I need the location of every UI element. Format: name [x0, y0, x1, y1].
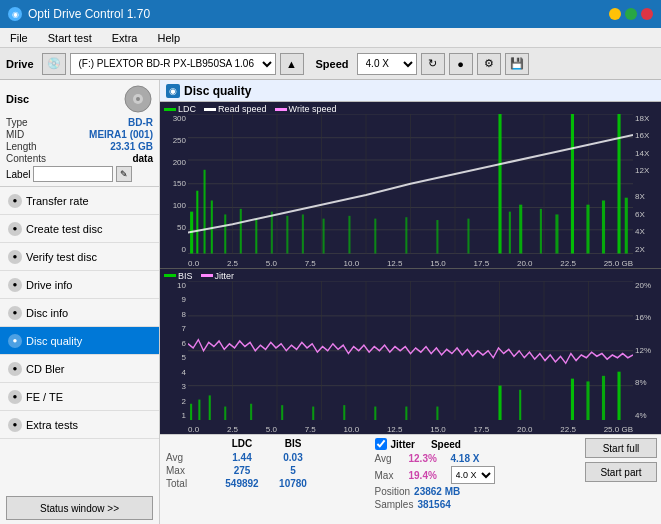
legend-ldc-color — [164, 108, 176, 111]
svg-rect-36 — [498, 114, 501, 254]
disc-type-label: Type — [6, 117, 28, 128]
sidebar-item-drive-info[interactable]: ●Drive info — [0, 271, 159, 299]
svg-rect-38 — [519, 205, 522, 254]
menu-extra[interactable]: Extra — [106, 31, 144, 45]
menu-file[interactable]: File — [4, 31, 34, 45]
svg-rect-34 — [436, 220, 438, 253]
y-top-150: 150 — [173, 179, 186, 188]
sidebar-item-label-verify-test-disc: Verify test disc — [26, 251, 97, 263]
speed-select[interactable]: 4.0 X — [357, 53, 417, 75]
by-4: 4 — [182, 368, 186, 377]
sidebar-item-disc-quality[interactable]: ●Disc quality — [0, 327, 159, 355]
verify-test-disc-icon: ● — [8, 250, 22, 264]
sidebar-item-label-disc-quality: Disc quality — [26, 335, 82, 347]
avg-speed-val: 4.18 X — [451, 453, 480, 464]
stat-header-blank — [166, 438, 206, 449]
drive-label: Drive — [6, 58, 34, 70]
speed-label: Speed — [316, 58, 349, 70]
eject-button[interactable]: ▲ — [280, 53, 304, 75]
refresh-button[interactable]: ↻ — [421, 53, 445, 75]
avg-label: Avg — [166, 452, 206, 463]
x-22.5: 22.5 — [560, 259, 576, 268]
top-chart: LDC Read speed Write speed 300 250 20 — [160, 102, 661, 269]
menu-help[interactable]: Help — [151, 31, 186, 45]
svg-rect-32 — [374, 219, 376, 254]
right-panel: ◉ Disc quality LDC Read speed — [160, 80, 661, 524]
y-top-200: 200 — [173, 158, 186, 167]
samples-label: Samples — [375, 499, 414, 510]
svg-rect-67 — [312, 406, 314, 420]
sidebar-item-verify-test-disc[interactable]: ●Verify test disc — [0, 243, 159, 271]
minimize-button[interactable] — [609, 8, 621, 20]
sidebar-item-fe-te[interactable]: ●FE / TE — [0, 383, 159, 411]
disc-label-edit-button[interactable]: ✎ — [116, 166, 132, 182]
disc-panel: Disc Type BD-R MID MEIRA1 (001) Length 2… — [0, 80, 159, 187]
svg-rect-42 — [586, 205, 589, 254]
jitter-checkbox[interactable] — [375, 438, 387, 450]
start-part-button[interactable]: Start part — [585, 462, 657, 482]
legend-bis-color — [164, 274, 176, 277]
y-top-100: 100 — [173, 201, 186, 210]
legend-ldc-label: LDC — [178, 104, 196, 114]
bottom-chart-svg — [188, 281, 633, 421]
sidebar-item-create-test-disc[interactable]: ●Create test disc — [0, 215, 159, 243]
x-7.5: 7.5 — [305, 259, 316, 268]
sidebar-item-transfer-rate[interactable]: ●Transfer rate — [0, 187, 159, 215]
y-right-18x: 18X — [635, 114, 649, 123]
bx-0: 0.0 — [188, 425, 199, 434]
disc-length-value: 23.31 GB — [110, 141, 153, 152]
titlebar: ◉ Opti Drive Control 1.70 — [0, 0, 661, 28]
maximize-button[interactable] — [625, 8, 637, 20]
y-right-14x: 14X — [635, 149, 649, 158]
y-right-8x: 8X — [635, 192, 645, 201]
legend-jitter-color — [201, 274, 213, 277]
window-controls — [609, 8, 653, 20]
speed-dropdown[interactable]: 4.0 X — [451, 466, 495, 484]
disc-length-row: Length 23.31 GB — [6, 141, 153, 152]
svg-rect-24 — [224, 214, 226, 253]
save-button[interactable]: 💾 — [505, 53, 529, 75]
status-window-button[interactable]: Status window >> — [6, 496, 153, 520]
disc-label-key: Label — [6, 169, 30, 180]
svg-rect-35 — [467, 219, 469, 254]
disc-label-input[interactable] — [33, 166, 113, 182]
bx-10: 10.0 — [344, 425, 360, 434]
svg-rect-73 — [519, 389, 521, 420]
disc-mid-value: MEIRA1 (001) — [89, 129, 153, 140]
jitter-header: Jitter — [391, 439, 415, 450]
close-button[interactable] — [641, 8, 653, 20]
svg-rect-30 — [323, 219, 325, 254]
sidebar-item-cd-bler[interactable]: ●CD Bler — [0, 355, 159, 383]
bx-22.5: 22.5 — [560, 425, 576, 434]
total-bis-val: 10780 — [278, 478, 308, 489]
sidebar-item-disc-info[interactable]: ●Disc info — [0, 299, 159, 327]
svg-point-2 — [136, 97, 140, 101]
by-r-16: 16% — [635, 313, 651, 322]
x-25gb: 25.0 GB — [604, 259, 633, 268]
settings-button[interactable]: ⚙ — [477, 53, 501, 75]
svg-rect-25 — [240, 209, 242, 254]
sidebar-item-label-extra-tests: Extra tests — [26, 419, 78, 431]
by-2: 2 — [182, 397, 186, 406]
menu-start-test[interactable]: Start test — [42, 31, 98, 45]
bx-20: 20.0 — [517, 425, 533, 434]
bx-12.5: 12.5 — [387, 425, 403, 434]
svg-rect-21 — [196, 191, 198, 254]
legend-jitter-label: Jitter — [215, 271, 235, 281]
svg-rect-65 — [250, 403, 252, 420]
y-top-50: 50 — [177, 223, 186, 232]
y-top-250: 250 — [173, 136, 186, 145]
disc-button[interactable]: ● — [449, 53, 473, 75]
svg-rect-41 — [571, 114, 574, 254]
drive-select[interactable]: (F:) PLEXTOR BD-R PX-LB950SA 1.06 — [70, 53, 276, 75]
disc-contents-value: data — [132, 153, 153, 164]
sidebar-item-extra-tests[interactable]: ●Extra tests — [0, 411, 159, 439]
disc-length-label: Length — [6, 141, 37, 152]
speed-header: Speed — [431, 439, 461, 450]
nav-menu: ●Transfer rate●Create test disc●Verify t… — [0, 187, 159, 439]
transfer-rate-icon: ● — [8, 194, 22, 208]
bx-7.5: 7.5 — [305, 425, 316, 434]
max-label-j: Max — [375, 470, 405, 481]
start-full-button[interactable]: Start full — [585, 438, 657, 458]
by-r-4: 4% — [635, 411, 647, 420]
